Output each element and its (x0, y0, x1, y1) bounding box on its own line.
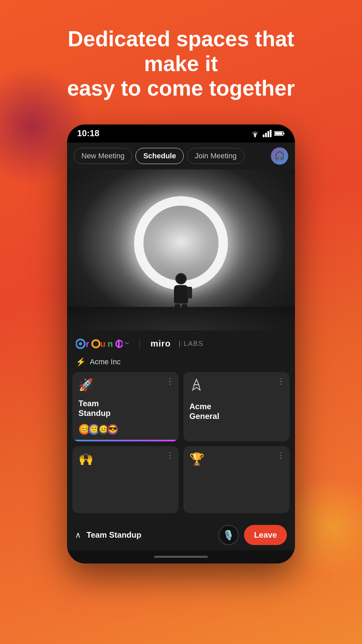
room-card-3[interactable]: ⋮ 🙌 (72, 446, 179, 513)
room-menu-team-standup[interactable]: ⋮ (166, 377, 174, 386)
room-card-team-standup[interactable]: ⋮ 🚀 TeamStandup 😊 🙂 😐 😎 (72, 372, 179, 442)
svg-rect-18 (118, 339, 120, 348)
join-meeting-button[interactable]: Join Meeting (187, 148, 244, 164)
brand-divider (139, 339, 140, 349)
room-emoji-team-standup: 🚀 (78, 378, 173, 392)
home-bar (154, 556, 208, 558)
bottom-bar: ∧ Team Standup 🎙️ Leave (67, 520, 295, 550)
svg-rect-6 (267, 131, 269, 137)
room-avatars-team-standup: 😊 🙂 😐 😎 (78, 423, 173, 435)
rooms-grid: ⋮ 🚀 TeamStandup 😊 🙂 😐 😎 ⋮ AcmeGeneral (67, 372, 295, 520)
current-room-label: Team Standup (86, 530, 213, 540)
battery-icon (274, 130, 285, 137)
svg-text:r: r (86, 339, 89, 349)
wifi-icon (250, 130, 260, 137)
workspace-name: Acme Inc (90, 358, 121, 366)
status-bar: 10:18 (67, 124, 295, 143)
room-menu-4[interactable]: ⋮ (277, 451, 285, 460)
status-icons (250, 130, 285, 137)
status-time: 10:18 (77, 128, 100, 139)
nav-bar: New Meeting Schedule Join Meeting 🎧 (67, 143, 295, 169)
user-avatar[interactable]: 🎧 (271, 147, 288, 165)
labs-label: | LABS (179, 340, 203, 347)
around-logo-svg: r u n (76, 338, 123, 350)
hero-image (67, 169, 295, 330)
room-menu-acme-general[interactable]: ⋮ (277, 377, 285, 386)
chevron-up-icon[interactable]: ∧ (75, 530, 81, 540)
svg-point-12 (79, 342, 82, 345)
astronaut-body (174, 285, 188, 304)
astronaut-pack (187, 287, 192, 299)
avatar-emoji: 🎧 (274, 151, 285, 161)
acme-logo (189, 378, 203, 392)
workspace-label: ⚡ Acme Inc (67, 355, 295, 372)
room-emoji-3: 🙌 (78, 452, 173, 466)
headline: Dedicated spaces that make it easy to co… (44, 27, 318, 101)
around-logo: r u n ™ (76, 338, 129, 350)
mic-button[interactable]: 🎙️ (219, 525, 239, 545)
room-card-4[interactable]: ⋮ 🏆 (183, 446, 290, 513)
astronaut-legs (175, 304, 187, 314)
workspace-icon: ⚡ (76, 357, 86, 367)
room-menu-3[interactable]: ⋮ (166, 451, 174, 460)
svg-rect-9 (283, 133, 285, 134)
signal-icon (263, 130, 272, 137)
active-line-team-standup (72, 440, 179, 441)
room-emoji-4: 🏆 (189, 452, 284, 466)
svg-rect-10 (275, 132, 282, 135)
svg-text:u: u (100, 339, 106, 349)
astronaut-head (175, 273, 187, 284)
room-name-acme-general: AcmeGeneral (189, 402, 284, 421)
room-avatar-4: 😎 (107, 423, 119, 435)
room-card-acme-general[interactable]: ⋮ AcmeGeneral (183, 372, 290, 442)
leave-button[interactable]: Leave (244, 525, 287, 545)
svg-point-3 (254, 136, 256, 137)
trademark-mark: ™ (124, 341, 129, 346)
svg-marker-19 (194, 379, 199, 385)
room-name-team-standup: TeamStandup (78, 399, 173, 418)
hero-astronaut (166, 273, 196, 314)
phone-frame: 10:18 New Meet (67, 124, 295, 564)
svg-marker-20 (193, 385, 200, 390)
svg-rect-5 (265, 133, 267, 137)
svg-rect-7 (270, 130, 272, 137)
room-emoji-acme-general (189, 378, 284, 395)
miro-label: miro (150, 338, 171, 349)
svg-text:n: n (108, 339, 113, 349)
new-meeting-button[interactable]: New Meeting (74, 148, 132, 164)
brand-bar: r u n ™ miro | LABS (67, 330, 295, 355)
mic-icon: 🎙️ (223, 530, 234, 541)
home-indicator (67, 550, 295, 564)
schedule-button[interactable]: Schedule (135, 148, 184, 164)
svg-rect-4 (263, 135, 264, 137)
svg-point-14 (92, 340, 100, 347)
